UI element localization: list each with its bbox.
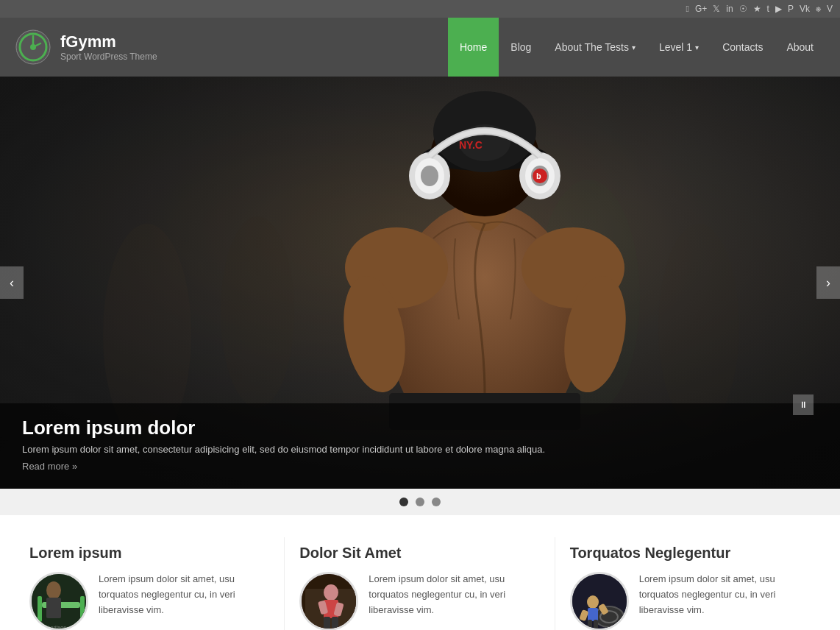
social-vk[interactable]: Vk	[800, 4, 810, 14]
svg-point-21	[421, 166, 438, 186]
svg-text:www.heritage...: www.heritage...	[35, 625, 71, 630]
hero-slider: NY.C b ‹ › ⏸	[0, 77, 840, 489]
level1-arrow: ▾	[695, 43, 699, 52]
svg-text:b: b	[536, 171, 541, 180]
hero-person-svg: NY.C b	[323, 77, 647, 430]
svg-rect-47	[588, 608, 598, 621]
card-3-text: Lorem ipsum dolor sit amet, usu torquato…	[639, 572, 811, 617]
card-1-text: Lorem ipsum dolor sit amet, usu torquato…	[99, 572, 269, 617]
svg-point-2	[30, 44, 36, 50]
hero-caption: Lorem ipsum dolor Lorem ipsum dolor sit …	[0, 403, 840, 489]
site-subtitle: Sport WordPress Theme	[60, 52, 157, 62]
card-3-body: Lorem ipsum dolor sit amet, usu torquato…	[570, 572, 811, 630]
social-instagram[interactable]: ☉	[739, 4, 747, 14]
social-linkedin[interactable]: in	[726, 4, 733, 14]
card-1-body: www.heritage... Lorem ipsum dolor sit am…	[29, 572, 269, 630]
social-vine[interactable]: V	[827, 4, 833, 14]
nav-about[interactable]: About	[775, 18, 825, 77]
card-2-text: Lorem ipsum dolor sit amet, usu torquato…	[369, 572, 539, 617]
svg-rect-30	[80, 596, 85, 622]
svg-point-44	[594, 606, 624, 627]
card-3-thumb-img	[572, 574, 629, 630]
slider-dots	[0, 489, 840, 515]
nav-home[interactable]: Home	[448, 18, 499, 77]
slider-dot-2[interactable]	[416, 498, 424, 506]
svg-point-46	[587, 595, 599, 609]
card-3-thumb	[570, 572, 629, 630]
nav-level1[interactable]: Level 1 ▾	[647, 18, 711, 77]
slider-dot-1[interactable]	[399, 498, 408, 506]
social-youtube[interactable]: ▶	[775, 4, 782, 14]
site-title: fGymm	[60, 32, 157, 52]
hero-description: Lorem ipsum dolor sit amet, consectetur …	[22, 444, 818, 455]
social-pinterest[interactable]: P	[788, 4, 794, 14]
header: fGymm Sport WordPress Theme Home Blog Ab…	[0, 18, 840, 77]
card-2-thumb-img	[302, 574, 358, 630]
logo-area: fGymm Sport WordPress Theme	[15, 29, 448, 66]
card-3: Torquatos Neglegentur Lorem ipsum do	[555, 537, 825, 630]
card-2: Dolor Sit Amet Lorem ipsum dolor sit ame…	[285, 537, 555, 630]
cards-section: Lorem ipsum www.heritage... Lorem ipsum …	[0, 515, 840, 630]
svg-point-32	[46, 581, 61, 599]
card-1-thumb-img: www.heritage...	[32, 574, 88, 630]
slider-prev-button[interactable]: ‹	[0, 266, 24, 299]
social-wp[interactable]: ⎈	[816, 4, 821, 14]
hero-title: Lorem ipsum dolor	[22, 417, 818, 439]
svg-rect-51	[594, 620, 598, 629]
social-facebook[interactable]: 	[686, 4, 689, 14]
logo-text: fGymm Sport WordPress Theme	[60, 32, 157, 62]
card-3-title: Torquatos Neglegentur	[570, 545, 811, 562]
card-2-body: Lorem ipsum dolor sit amet, usu torquato…	[299, 572, 539, 630]
svg-point-37	[324, 584, 338, 601]
svg-text:NY.C: NY.C	[459, 139, 483, 151]
social-google[interactable]: G+	[695, 4, 707, 14]
slider-dot-3[interactable]	[432, 498, 441, 506]
social-rss[interactable]: ★	[753, 4, 761, 14]
card-1-title: Lorem ipsum	[29, 545, 269, 562]
about-tests-arrow: ▾	[632, 43, 636, 52]
nav-contacts[interactable]: Contacts	[711, 18, 775, 77]
social-bar:  G+ 𝕏 in ☉ ★ t ▶ P Vk ⎈ V	[0, 0, 840, 18]
slider-pause-button[interactable]: ⏸	[793, 394, 814, 415]
hero-read-more[interactable]: Read more »	[22, 461, 77, 472]
svg-point-7	[658, 224, 739, 430]
svg-rect-50	[588, 620, 592, 629]
social-twitter[interactable]: 𝕏	[713, 4, 720, 14]
nav-blog[interactable]: Blog	[499, 18, 543, 77]
logo-icon	[15, 29, 51, 66]
card-2-title: Dolor Sit Amet	[299, 545, 539, 562]
social-tumblr[interactable]: t	[767, 4, 769, 14]
card-2-thumb	[299, 572, 358, 630]
card-1: Lorem ipsum www.heritage... Lorem ipsum …	[15, 537, 285, 630]
main-nav: Home Blog About The Tests ▾ Level 1 ▾ Co…	[448, 18, 825, 77]
svg-rect-41	[324, 617, 330, 629]
svg-rect-42	[332, 617, 338, 629]
svg-rect-29	[38, 596, 42, 622]
svg-rect-33	[46, 598, 61, 618]
slider-next-button[interactable]: ›	[816, 266, 840, 299]
nav-about-tests[interactable]: About The Tests ▾	[543, 18, 647, 77]
card-1-thumb: www.heritage...	[29, 572, 88, 630]
svg-point-5	[221, 216, 294, 408]
